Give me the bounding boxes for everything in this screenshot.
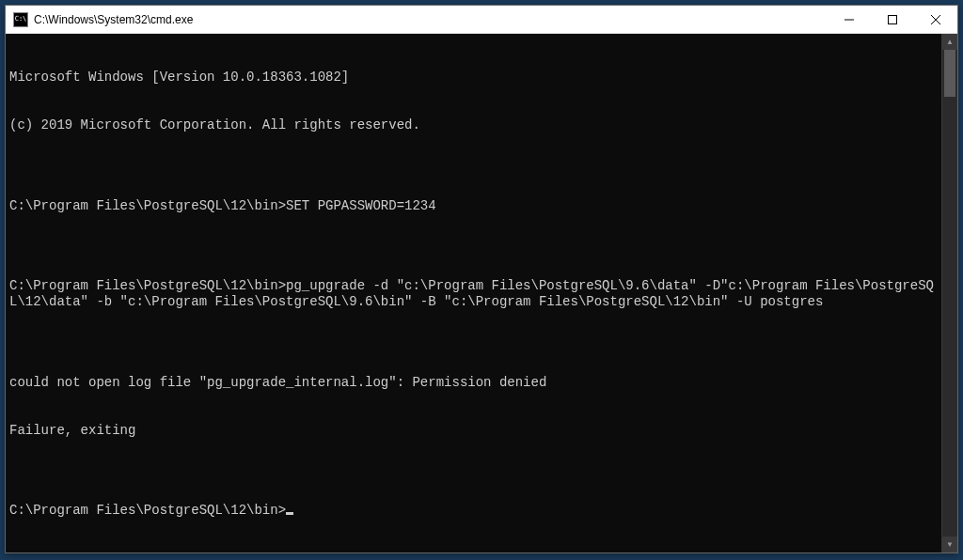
scroll-down-arrow-icon[interactable]: ▼ [942,537,957,552]
terminal-line: Failure, exiting [9,423,941,439]
app-icon-text: C:\ [15,16,27,23]
cursor-icon [286,512,293,515]
terminal-area: Microsoft Windows [Version 10.0.18363.10… [6,34,957,552]
scroll-thumb[interactable] [944,50,955,97]
svg-rect-1 [889,15,897,23]
minimize-button[interactable] [828,6,871,33]
terminal-line: C:\Program Files\PostgreSQL\12\bin>pg_up… [9,278,941,310]
cmd-window: C:\ C:\Windows\System32\cmd.exe Microsof… [5,5,958,553]
terminal-line: (c) 2019 Microsoft Corporation. All righ… [9,117,941,133]
terminal-line: could not open log file "pg_upgrade_inte… [9,375,941,391]
terminal-prompt: C:\Program Files\PostgreSQL\12\bin> [9,503,286,518]
window-controls [828,6,957,33]
scroll-up-arrow-icon[interactable]: ▲ [942,34,957,50]
close-icon [931,15,940,24]
close-button[interactable] [914,6,957,33]
terminal-line: C:\Program Files\PostgreSQL\12\bin>SET P… [9,198,941,214]
maximize-button[interactable] [871,6,914,33]
maximize-icon [888,15,897,24]
terminal-prompt-line: C:\Program Files\PostgreSQL\12\bin> [9,503,941,519]
terminal-output[interactable]: Microsoft Windows [Version 10.0.18363.10… [6,34,941,552]
titlebar[interactable]: C:\ C:\Windows\System32\cmd.exe [6,6,957,34]
vertical-scrollbar[interactable]: ▲ ▼ [941,34,957,552]
minimize-icon [845,15,854,24]
window-title: C:\Windows\System32\cmd.exe [34,13,828,26]
app-icon: C:\ [13,12,28,27]
terminal-line: Microsoft Windows [Version 10.0.18363.10… [9,70,941,86]
scroll-track[interactable] [942,50,957,537]
